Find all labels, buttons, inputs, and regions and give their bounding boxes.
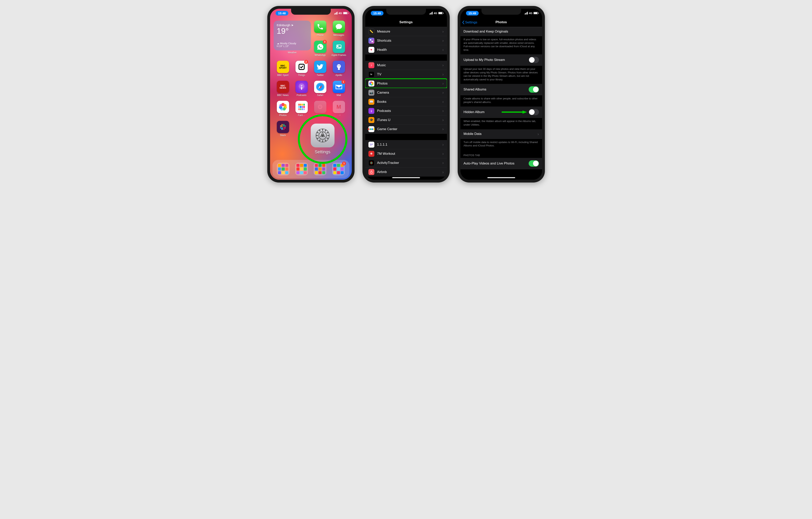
airbnb-icon	[369, 169, 374, 175]
signal-icon	[334, 12, 338, 15]
row-upload-photo-stream[interactable]: Upload to My Photo Stream	[460, 54, 542, 66]
photos-row-icon	[369, 81, 374, 86]
row-shared-albums[interactable]: Shared Albums	[460, 84, 542, 95]
row-books[interactable]: 📖Books›	[365, 97, 447, 106]
chevron-icon: ›	[442, 109, 444, 113]
magnify-label: Settings	[315, 149, 330, 155]
shared-albums-toggle[interactable]	[529, 86, 539, 93]
twitter-icon	[314, 61, 326, 73]
chevron-icon: ›	[442, 142, 444, 147]
row-tv[interactable]: tvTV›	[365, 70, 447, 79]
status-time[interactable]: 15:49	[466, 11, 479, 16]
row-activitytracker[interactable]: ActivityTracker›	[365, 158, 447, 167]
upload-toggle[interactable]	[529, 57, 539, 63]
tv-icon: tv	[369, 72, 374, 77]
row-podcasts[interactable]: Podcasts›	[365, 106, 447, 115]
row-itunesu[interactable]: 🎓iTunes U›	[365, 115, 447, 125]
app-twitter[interactable]: Twitter	[311, 61, 329, 80]
app-whatsapp[interactable]: 3WhatsApp	[311, 41, 329, 60]
weather-widget[interactable]: Edinburgh ➤ 19° ☁︎ Mostly Cloudy H:19° L…	[273, 21, 311, 60]
app7m-icon: ❅	[369, 151, 374, 157]
row-autoplay[interactable]: Auto-Play Videos and Live Photos	[460, 158, 542, 169]
download-desc: If your iPhone is low on space, full-res…	[460, 36, 542, 54]
svg-point-7	[301, 85, 302, 86]
shortcuts-icon	[369, 38, 374, 44]
weather-condition: Mostly Cloudy	[280, 42, 296, 45]
settings-list[interactable]: 📏Measure› Shortcuts› ♥Health› ♪Music› tv…	[365, 27, 447, 177]
row-hidden-album[interactable]: Hidden Album	[460, 107, 542, 118]
app-apollo[interactable]: Apollo	[329, 61, 348, 80]
app-safari[interactable]: Safari	[311, 81, 329, 100]
svg-rect-6	[338, 68, 340, 70]
gmail-icon: M	[333, 101, 345, 113]
gamecenter-icon	[369, 126, 374, 132]
dock-folder-2[interactable]	[295, 163, 308, 175]
home-indicator[interactable]	[487, 177, 515, 178]
phone-frame-home: 15:48 4G Edinburgh ➤ 19° ☁︎ Mostly Cloud…	[267, 6, 354, 183]
svg-point-19	[371, 162, 372, 164]
chevron-icon: ›	[538, 132, 539, 136]
app-fantastical[interactable]: Fant…	[292, 101, 311, 120]
row-health[interactable]: ♥Health›	[365, 45, 447, 54]
app-slack[interactable]: Slack	[273, 121, 292, 140]
dock-folder-3[interactable]	[314, 163, 326, 175]
back-button[interactable]: Settings	[462, 21, 477, 24]
app-messages[interactable]: Messages	[329, 21, 348, 40]
row-7mworkout[interactable]: ❅7M Workout›	[365, 149, 447, 158]
fantastical-icon	[295, 101, 308, 113]
shared-desc: Create albums to share with other people…	[460, 95, 542, 107]
dock-folder-1[interactable]	[277, 163, 290, 175]
app-appleframes[interactable]: Apple Frames	[329, 41, 348, 60]
chevron-icon: ›	[442, 48, 444, 52]
battery-icon	[438, 12, 443, 14]
chevron-icon: ›	[442, 90, 444, 95]
row-1111[interactable]: 1⁴1.1.1.1›	[365, 140, 447, 149]
network-label: 4G	[434, 12, 437, 15]
network-label: 4G	[529, 12, 532, 15]
settings-icon-large[interactable]	[311, 124, 335, 147]
photos-settings-list[interactable]: Download and Keep Originals If your iPho…	[460, 27, 542, 177]
status-time[interactable]: 15:49	[371, 11, 383, 16]
weather-city: Edinburgh	[277, 23, 290, 27]
app-podcasts[interactable]: Podcasts	[292, 81, 311, 100]
app-photos[interactable]: Photos	[273, 101, 292, 120]
hidden-desc: When enabled, the Hidden album will appe…	[460, 118, 542, 129]
row-camera[interactable]: 📷Camera›	[365, 88, 447, 97]
health-icon: ♥	[369, 47, 374, 53]
app-phone[interactable]: Phone	[311, 21, 329, 40]
battery-icon	[343, 12, 348, 14]
nav-title: Photos	[495, 20, 507, 24]
camera-icon: 📷	[369, 90, 374, 95]
app-bbcsport[interactable]: BBCSPORTBBC Sport	[273, 61, 292, 80]
chevron-icon: ›	[442, 29, 444, 34]
hidden-album-toggle[interactable]	[529, 109, 539, 115]
row-gamecenter[interactable]: Game Center›	[365, 125, 447, 134]
network-label: 4G	[339, 12, 342, 15]
back-label: Settings	[465, 21, 477, 24]
app-bbcnews[interactable]: BBCNEWSBBC News	[273, 81, 292, 100]
svg-point-5	[339, 65, 340, 66]
music-icon: ♪	[369, 62, 374, 68]
row-airbnb[interactable]: Airbnb›	[365, 167, 447, 176]
row-music[interactable]: ♪Music›	[365, 61, 447, 70]
phone-icon	[314, 21, 326, 33]
chevron-icon: ›	[442, 72, 444, 77]
row-shortcuts[interactable]: Shortcuts›	[365, 36, 447, 45]
home-indicator[interactable]	[392, 177, 420, 178]
magnify-callout: Settings	[298, 114, 347, 164]
row-photos[interactable]: Photos›	[365, 79, 447, 88]
row-mobile-data[interactable]: Mobile Data›	[460, 129, 542, 139]
messages-icon	[333, 21, 345, 33]
app-things[interactable]: 2Things	[292, 61, 311, 80]
appleframes-icon	[333, 41, 345, 53]
app-mail[interactable]: 1Mail	[329, 81, 348, 100]
autoplay-toggle[interactable]	[529, 160, 539, 167]
bbcnews-icon: BBCNEWS	[277, 81, 289, 93]
status-time[interactable]: 15:48	[276, 11, 288, 16]
chevron-icon: ›	[442, 161, 444, 165]
svg-point-3	[337, 64, 341, 68]
notch	[386, 9, 426, 15]
row-measure[interactable]: 📏Measure›	[365, 27, 447, 36]
row-download-keep-originals[interactable]: Download and Keep Originals	[460, 27, 542, 36]
dock-folder-4[interactable]: 1	[332, 163, 345, 175]
